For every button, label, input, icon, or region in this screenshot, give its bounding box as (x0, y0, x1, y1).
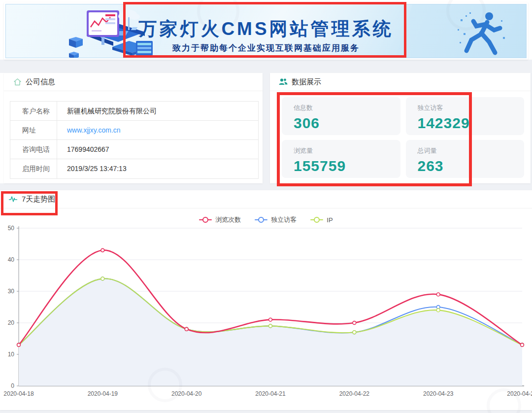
stat-card-total-words: 总词量 263 (406, 140, 525, 178)
data-display-header: 数据展示 (270, 73, 531, 91)
data-point-2 (269, 324, 272, 328)
data-point-0 (269, 318, 272, 321)
x-tick-label: 2020-04-21 (255, 390, 286, 397)
legend-item-pageview-count[interactable]: 浏览次数 (199, 215, 241, 224)
company-info-title: 公司信息 (26, 77, 55, 87)
company-info-header: 公司信息 (4, 73, 263, 91)
header-banner: 万家灯火CMS网站管理系统 致力于帮助每个企业实现互联网基础应用服务 (4, 2, 528, 60)
stat-label: 总词量 (418, 146, 525, 155)
table-row: 客户名称 新疆机械研究院股份有限公司 (10, 102, 258, 121)
company-info-table: 客户名称 新疆机械研究院股份有限公司 网址 www.xjjxy.com.cn 咨… (10, 101, 259, 179)
page-gap (0, 60, 532, 73)
company-info-panel: 公司信息 客户名称 新疆机械研究院股份有限公司 网址 www.xjjxy.com… (4, 73, 263, 183)
stat-card-pageviews: 浏览量 155759 (282, 140, 400, 178)
stat-value: 306 (294, 115, 400, 132)
trend-chart-header: 7天走势图 (0, 190, 532, 208)
data-point-0 (436, 293, 440, 296)
table-row: 启用时间 2019/3/25 13:47:13 (10, 159, 258, 178)
pulse-icon (9, 195, 18, 204)
data-point-0 (17, 343, 21, 346)
y-tick-label: 20 (8, 319, 15, 326)
y-tick-label: 30 (8, 288, 15, 295)
x-tick-label: 2020-04-20 (171, 390, 202, 397)
data-point-0 (353, 321, 356, 325)
legend-marker (310, 219, 323, 220)
row-value: 17699402667 (57, 140, 258, 159)
table-row: 咨询电话 17699402667 (10, 140, 258, 159)
legend-label: 浏览次数 (215, 215, 241, 224)
stat-label: 独立访客 (418, 103, 525, 112)
x-tick-label: 2020-04-24 (507, 390, 532, 397)
legend-item-ip[interactable]: IP (310, 216, 332, 224)
home-icon (13, 77, 22, 86)
row-value: 新疆机械研究院股份有限公司 (57, 102, 258, 120)
data-display-panel: 数据展示 信息数 306 独立访客 142329 浏览量 155759 总词量 … (270, 73, 531, 183)
stat-value: 142329 (418, 115, 525, 132)
trend-chart-svg: 010203040502020-04-182020-04-192020-04-2… (0, 224, 532, 410)
legend-marker (199, 219, 212, 220)
y-tick-label: 50 (8, 225, 15, 232)
stat-label: 信息数 (294, 103, 400, 112)
trend-chart-panel: 7天走势图 浏览次数 独立访客 IP 010203040502020-04-18… (0, 190, 532, 410)
app-subtitle: 致力于帮助每个企业实现互联网基础应用服务 (6, 42, 526, 54)
stat-card-unique-visitors: 独立访客 142329 (406, 97, 525, 135)
users-icon (279, 77, 288, 86)
row-value: 2019/3/25 13:47:13 (57, 159, 258, 178)
chart-legend: 浏览次数 独立访客 IP (0, 215, 532, 224)
trend-chart-title: 7天走势图 (22, 195, 55, 204)
stat-value: 263 (418, 158, 525, 174)
row-label: 咨询电话 (10, 140, 57, 159)
area-fill-2 (19, 278, 522, 386)
legend-label: IP (327, 216, 332, 224)
page-gap (0, 183, 532, 190)
app-title: 万家灯火CMS网站管理系统 (6, 17, 526, 41)
banner-background: 万家灯火CMS网站管理系统 致力于帮助每个企业实现互联网基础应用服务 (5, 4, 527, 58)
row-label: 客户名称 (10, 102, 57, 120)
page-gap (0, 410, 532, 413)
data-point-0 (101, 248, 104, 252)
stats-grid: 信息数 306 独立访客 142329 浏览量 155759 总词量 263 (282, 97, 524, 178)
stat-label: 浏览量 (294, 146, 400, 155)
stat-value: 155759 (294, 158, 400, 174)
data-point-2 (101, 277, 104, 280)
row-value: www.xjjxy.com.cn (57, 121, 258, 139)
y-tick-label: 40 (8, 256, 15, 263)
website-link[interactable]: www.xjjxy.com.cn (67, 126, 121, 134)
data-display-title: 数据展示 (292, 77, 321, 87)
legend-item-unique-visitors[interactable]: 独立访客 (255, 215, 297, 224)
x-tick-label: 2020-04-19 (88, 390, 118, 397)
y-tick-label: 0 (11, 382, 14, 389)
row-label: 网址 (10, 121, 57, 139)
runner-illustration (452, 7, 516, 58)
page-gap (263, 73, 270, 183)
stat-card-info-count: 信息数 306 (282, 97, 400, 135)
data-point-0 (521, 343, 524, 346)
table-row: 网址 www.xjjxy.com.cn (10, 121, 258, 140)
y-tick-label: 10 (8, 351, 15, 358)
x-tick-label: 2020-04-18 (3, 390, 34, 397)
x-tick-label: 2020-04-23 (423, 390, 454, 397)
data-point-2 (436, 309, 440, 312)
row-label: 启用时间 (10, 159, 57, 178)
data-point-2 (353, 331, 356, 334)
x-tick-label: 2020-04-22 (339, 390, 370, 397)
data-point-0 (185, 327, 188, 331)
legend-marker (255, 219, 267, 220)
legend-label: 独立访客 (271, 215, 297, 224)
